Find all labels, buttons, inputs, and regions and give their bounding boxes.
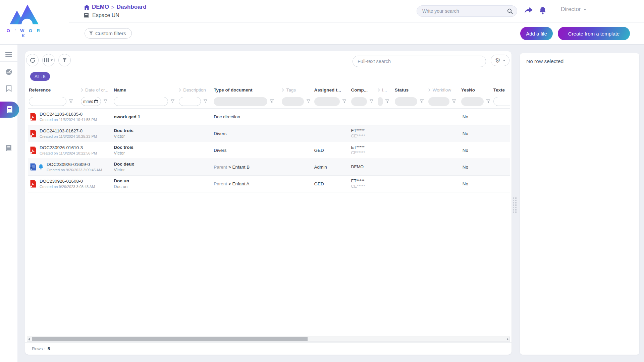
breadcrumb-current[interactable]: Dashboard bbox=[117, 4, 147, 10]
filter-input-name[interactable] bbox=[114, 97, 168, 106]
column-header-workflow[interactable]: Workflow bbox=[428, 85, 461, 95]
sidebar-item-bookmarks[interactable] bbox=[0, 82, 17, 95]
search-icon[interactable] bbox=[507, 8, 513, 14]
top-bar: O ' W O R K DEMO > Dashboard Espace UN bbox=[0, 0, 644, 44]
table-row[interactable]: wDOC230926-01609-0Created on 9/26/2023 3… bbox=[28, 159, 510, 175]
cell-assigned-to: GED bbox=[314, 175, 351, 192]
sidebar-item-dashboard[interactable] bbox=[0, 66, 17, 78]
scrollbar-thumb[interactable] bbox=[32, 337, 308, 341]
custom-filters-button[interactable]: Custom filters bbox=[85, 28, 132, 39]
custom-filters-label: Custom filters bbox=[95, 31, 126, 36]
table-row[interactable]: DOC230926-01610-3Created on 11/3/2024 10… bbox=[28, 142, 510, 159]
column-filter-funnel-icon[interactable] bbox=[452, 99, 456, 104]
column-header-texte[interactable]: Texte bbox=[493, 85, 510, 95]
filter-disabled-i bbox=[378, 97, 383, 106]
filter-disabled-comp bbox=[351, 97, 367, 106]
book-icon-active bbox=[6, 106, 13, 113]
scroll-left-arrow-icon[interactable] bbox=[28, 338, 30, 341]
global-search-input[interactable] bbox=[417, 8, 507, 14]
column-header-reference[interactable]: Reference bbox=[28, 85, 80, 95]
column-header-comp[interactable]: Comp... bbox=[351, 85, 377, 95]
column-filter-funnel-icon[interactable] bbox=[270, 99, 274, 104]
filter-date-input-date-of-cr[interactable]: mm/d bbox=[81, 97, 101, 106]
app-logo[interactable]: O ' W O R K bbox=[5, 2, 43, 38]
breadcrumb-root[interactable]: DEMO bbox=[92, 4, 109, 10]
cell-yesno: No bbox=[461, 125, 493, 142]
document-name-sub: Victor bbox=[114, 134, 213, 139]
column-filter-funnel-icon[interactable] bbox=[203, 99, 208, 104]
column-filter-funnel-icon[interactable] bbox=[306, 99, 311, 104]
bookmark-icon bbox=[6, 85, 12, 92]
create-from-template-button[interactable]: Create from a template bbox=[558, 27, 630, 40]
mountain-logo-icon bbox=[8, 2, 41, 28]
column-header-name[interactable]: Name bbox=[113, 85, 178, 95]
column-header-i[interactable]: I... bbox=[377, 85, 394, 95]
refresh-button[interactable] bbox=[26, 54, 39, 66]
add-file-button[interactable]: Add a file bbox=[520, 27, 553, 40]
notification-bell-icon bbox=[38, 164, 44, 170]
filter-funnel-icon bbox=[89, 31, 93, 36]
cell-reference: DOC241103-01627-0Created on 11/3/2024 10… bbox=[28, 125, 113, 142]
scroll-right-arrow-icon[interactable] bbox=[507, 338, 508, 341]
cell-name: Doc deuxVictor bbox=[113, 159, 213, 175]
filter-disabled-status bbox=[395, 97, 417, 106]
sidebar-menu-toggle[interactable] bbox=[0, 47, 17, 61]
cell-company bbox=[351, 108, 394, 125]
cell-name: Doc unDoc un bbox=[113, 175, 213, 192]
filter-input-description[interactable] bbox=[179, 97, 201, 106]
home-icon[interactable] bbox=[84, 5, 90, 10]
rows-label: Rows : bbox=[32, 346, 45, 351]
column-filter-funnel-icon[interactable] bbox=[385, 99, 389, 104]
column-header-type-of-document[interactable]: Type of document bbox=[213, 85, 281, 95]
columns-icon bbox=[44, 58, 53, 62]
column-filter-funnel-icon[interactable] bbox=[69, 99, 73, 104]
funnel-icon bbox=[62, 58, 67, 63]
document-reference: DOC230926-01610-3 bbox=[40, 145, 97, 150]
column-filter-funnel-icon[interactable] bbox=[170, 99, 175, 104]
company-main: ET***** bbox=[351, 145, 394, 150]
table-row[interactable]: DOC241103-01635-0Created on 11/3/2024 10… bbox=[28, 108, 510, 125]
horizontal-scrollbar[interactable] bbox=[27, 337, 510, 342]
cell-workflow bbox=[428, 108, 461, 125]
notifications-bell-icon[interactable] bbox=[537, 5, 549, 16]
document-reference: DOC230926-01609-0 bbox=[47, 162, 102, 167]
table-settings-button[interactable]: ⚙ bbox=[491, 55, 509, 66]
column-filter-funnel-icon[interactable] bbox=[486, 99, 490, 104]
main-content: ⚙ All : 5 ReferenceDate of cr...NameDesc… bbox=[0, 44, 644, 362]
column-filter-funnel-icon[interactable] bbox=[342, 99, 346, 104]
column-filter-funnel-icon[interactable] bbox=[103, 99, 108, 104]
column-header-description[interactable]: Description bbox=[178, 85, 213, 95]
table-row[interactable]: DOC230926-01608-0Created on 9/26/2023 3:… bbox=[28, 175, 510, 192]
company-sub: CE***** bbox=[351, 184, 394, 189]
column-header-status[interactable]: Status bbox=[394, 85, 428, 95]
chevron-down-icon bbox=[503, 60, 505, 61]
sidebar-item-archive[interactable] bbox=[0, 142, 17, 154]
filter-disabled-tags bbox=[282, 97, 304, 106]
filter-input-reference[interactable] bbox=[29, 97, 66, 106]
column-header-tags[interactable]: Tags bbox=[281, 85, 313, 95]
column-filter-funnel-icon[interactable] bbox=[369, 99, 374, 104]
column-header-assigned-t[interactable]: Assigned t... bbox=[314, 85, 351, 95]
column-header-date-of-cr[interactable]: Date of cr... bbox=[80, 85, 113, 95]
column-filter-funnel-icon[interactable] bbox=[420, 99, 424, 104]
filter-badge-all[interactable]: All : 5 bbox=[30, 72, 50, 81]
table-row[interactable]: DOC241103-01627-0Created on 11/3/2024 10… bbox=[28, 125, 510, 142]
share-icon[interactable] bbox=[523, 5, 535, 16]
cell-workflow bbox=[428, 159, 461, 175]
sidebar-item-documents-active[interactable] bbox=[0, 102, 19, 118]
header-divider bbox=[69, 22, 644, 22]
column-header-yesno[interactable]: YesNo bbox=[461, 85, 493, 95]
detail-panel: No row selected bbox=[520, 53, 639, 355]
document-name: Doc deux bbox=[114, 162, 213, 167]
rows-count: 5 bbox=[48, 346, 50, 351]
filter-disabled-assigned-t bbox=[314, 97, 340, 106]
cell-texte bbox=[493, 142, 510, 159]
filter-button[interactable] bbox=[58, 54, 71, 66]
document-created-date: Created on 9/26/2023 3:09:45 AM bbox=[47, 168, 102, 172]
fulltext-search-input[interactable] bbox=[353, 59, 486, 64]
filter-input-texte[interactable] bbox=[493, 97, 510, 106]
cell-reference: DOC230926-01608-0Created on 9/26/2023 3:… bbox=[28, 175, 113, 192]
panel-resize-handle[interactable] bbox=[513, 197, 517, 213]
user-role-menu[interactable]: Director bbox=[561, 6, 586, 13]
columns-button[interactable] bbox=[42, 54, 55, 66]
